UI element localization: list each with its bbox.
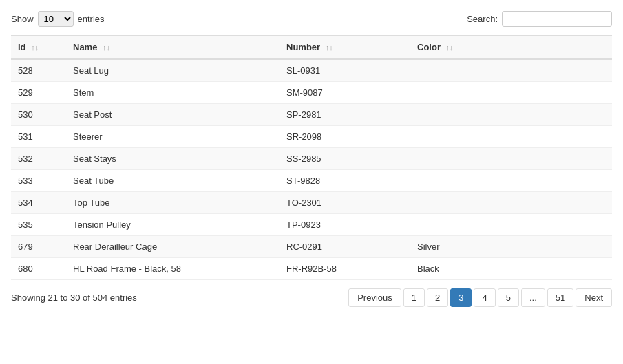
table-row: 680HL Road Frame - Black, 58FR-R92B-58Bl…	[11, 258, 612, 280]
sort-icon-name: ↑↓	[103, 43, 110, 52]
cell-id: 532	[11, 148, 66, 170]
col-number-label: Number	[286, 42, 320, 52]
cell-name: Tension Pulley	[66, 214, 279, 236]
page-button-51[interactable]: 51	[547, 288, 573, 307]
pagination: Previous 1 2 3 4 5 ... 51 Next	[348, 288, 612, 307]
cell-color: Black	[410, 258, 612, 280]
show-label: Show	[11, 14, 34, 24]
top-bar: Show 10 25 50 100 entries Search:	[11, 11, 612, 27]
page-button-2[interactable]: 2	[427, 288, 448, 307]
cell-color	[410, 148, 612, 170]
page-button-ellipsis[interactable]: ...	[521, 288, 545, 307]
cell-id: 679	[11, 236, 66, 258]
table-row: 534Top TubeTO-2301	[11, 192, 612, 214]
cell-number: FR-R92B-58	[279, 258, 410, 280]
cell-name: Top Tube	[66, 192, 279, 214]
cell-id: 534	[11, 192, 66, 214]
page-button-5[interactable]: 5	[498, 288, 519, 307]
col-header-number[interactable]: Number ↑↓	[279, 36, 410, 60]
cell-id: 531	[11, 126, 66, 148]
sort-icon-id: ↑↓	[31, 43, 39, 52]
cell-number: TO-2301	[279, 192, 410, 214]
cell-color: Silver	[410, 236, 612, 258]
col-header-id[interactable]: Id ↑↓	[11, 36, 66, 60]
next-button[interactable]: Next	[576, 288, 612, 307]
col-id-label: Id	[18, 42, 26, 52]
cell-name: Stem	[66, 82, 279, 104]
sort-icon-number: ↑↓	[326, 43, 333, 52]
page-button-3[interactable]: 3	[450, 288, 472, 307]
cell-id: 529	[11, 82, 66, 104]
cell-number: SP-2981	[279, 104, 410, 126]
table-row: 529StemSM-9087	[11, 82, 612, 104]
cell-id: 530	[11, 104, 66, 126]
entries-select[interactable]: 10 25 50 100	[38, 11, 74, 27]
cell-number: ST-9828	[279, 170, 410, 192]
search-label: Search:	[467, 14, 498, 24]
table-header-row: Id ↑↓ Name ↑↓ Number ↑↓ Color ↑↓	[11, 36, 612, 60]
cell-name: Seat Lug	[66, 59, 279, 82]
cell-color	[410, 192, 612, 214]
cell-color	[410, 82, 612, 104]
cell-name: Steerer	[66, 126, 279, 148]
bottom-bar: Showing 21 to 30 of 504 entries Previous…	[11, 288, 612, 307]
cell-name: Rear Derailleur Cage	[66, 236, 279, 258]
table-row: 528Seat LugSL-0931	[11, 59, 612, 82]
show-entries-control: Show 10 25 50 100 entries	[11, 11, 105, 27]
table-row: 530Seat PostSP-2981	[11, 104, 612, 126]
cell-name: Seat Post	[66, 104, 279, 126]
cell-number: SR-2098	[279, 126, 410, 148]
cell-color	[410, 214, 612, 236]
cell-number: SL-0931	[279, 59, 410, 82]
table-row: 533Seat TubeST-9828	[11, 170, 612, 192]
col-header-color[interactable]: Color ↑↓	[410, 36, 612, 60]
cell-color	[410, 104, 612, 126]
col-header-name[interactable]: Name ↑↓	[66, 36, 279, 60]
table-row: 532Seat StaysSS-2985	[11, 148, 612, 170]
data-table: Id ↑↓ Name ↑↓ Number ↑↓ Color ↑↓ 528Seat…	[11, 35, 612, 280]
cell-number: TP-0923	[279, 214, 410, 236]
cell-number: RC-0291	[279, 236, 410, 258]
cell-number: SS-2985	[279, 148, 410, 170]
cell-color	[410, 126, 612, 148]
cell-id: 528	[11, 59, 66, 82]
cell-id: 535	[11, 214, 66, 236]
cell-color	[410, 59, 612, 82]
table-body: 528Seat LugSL-0931529StemSM-9087530Seat …	[11, 59, 612, 280]
cell-name: HL Road Frame - Black, 58	[66, 258, 279, 280]
search-input[interactable]	[502, 11, 612, 27]
cell-color	[410, 170, 612, 192]
previous-button[interactable]: Previous	[348, 288, 401, 307]
cell-number: SM-9087	[279, 82, 410, 104]
col-color-label: Color	[417, 42, 441, 52]
col-name-label: Name	[73, 42, 97, 52]
cell-id: 680	[11, 258, 66, 280]
page-button-4[interactable]: 4	[474, 288, 495, 307]
page-button-1[interactable]: 1	[403, 288, 425, 307]
sort-icon-color: ↑↓	[446, 43, 454, 52]
cell-name: Seat Tube	[66, 170, 279, 192]
table-row: 535Tension PulleyTP-0923	[11, 214, 612, 236]
table-row: 531SteererSR-2098	[11, 126, 612, 148]
cell-name: Seat Stays	[66, 148, 279, 170]
search-bar: Search:	[467, 11, 612, 27]
entries-label: entries	[78, 14, 105, 24]
showing-text: Showing 21 to 30 of 504 entries	[11, 292, 137, 303]
cell-id: 533	[11, 170, 66, 192]
table-row: 679Rear Derailleur CageRC-0291Silver	[11, 236, 612, 258]
